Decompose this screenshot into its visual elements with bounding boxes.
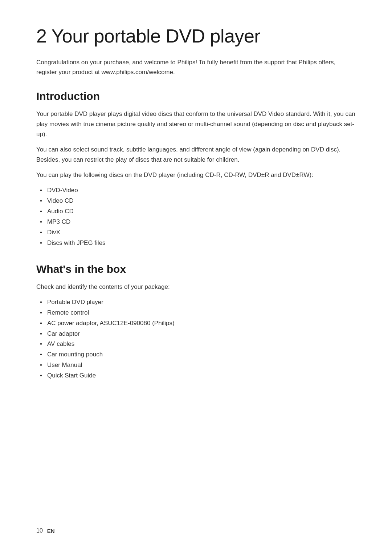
introduction-paragraph-3: You can play the following discs on the … <box>36 170 356 180</box>
list-item: Discs with JPEG files <box>36 238 356 248</box>
list-item: Car mounting pouch <box>36 349 356 360</box>
intro-paragraph: Congratulations on your purchase, and we… <box>36 57 348 77</box>
language-label: EN <box>47 528 55 534</box>
introduction-paragraph-1: Your portable DVD player plays digital v… <box>36 109 356 139</box>
footer: 10 EN <box>36 527 55 534</box>
list-item: AV cables <box>36 339 356 349</box>
list-item: User Manual <box>36 360 356 371</box>
introduction-section: Introduction Your portable DVD player pl… <box>36 90 356 248</box>
title-text: Your portable DVD player <box>51 25 260 46</box>
whats-in-box-section: What's in the box Check and identify the… <box>36 263 356 381</box>
list-item: AC power adaptor, ASUC12E-090080 (Philip… <box>36 318 356 329</box>
chapter-number: 2 <box>36 25 46 46</box>
list-item: MP3 CD <box>36 217 356 227</box>
page-title: 2 Your portable DVD player <box>36 25 356 47</box>
list-item: Audio CD <box>36 206 356 217</box>
list-item: Quick Start Guide <box>36 371 356 381</box>
introduction-heading: Introduction <box>36 90 356 102</box>
page-number: 10 <box>36 527 43 534</box>
whats-in-box-heading: What's in the box <box>36 263 356 275</box>
list-item: DivX <box>36 227 356 238</box>
whats-in-box-intro: Check and identify the contents of your … <box>36 282 356 292</box>
list-item: Remote control <box>36 308 356 318</box>
list-item: DVD-Video <box>36 185 356 196</box>
introduction-paragraph-2: You can also select sound track, subtitl… <box>36 145 356 165</box>
list-item: Car adaptor <box>36 329 356 339</box>
list-item: Portable DVD player <box>36 297 356 308</box>
list-item: Video CD <box>36 196 356 206</box>
box-contents-list: Portable DVD player Remote control AC po… <box>36 297 356 381</box>
disc-list: DVD-Video Video CD Audio CD MP3 CD DivX … <box>36 185 356 248</box>
